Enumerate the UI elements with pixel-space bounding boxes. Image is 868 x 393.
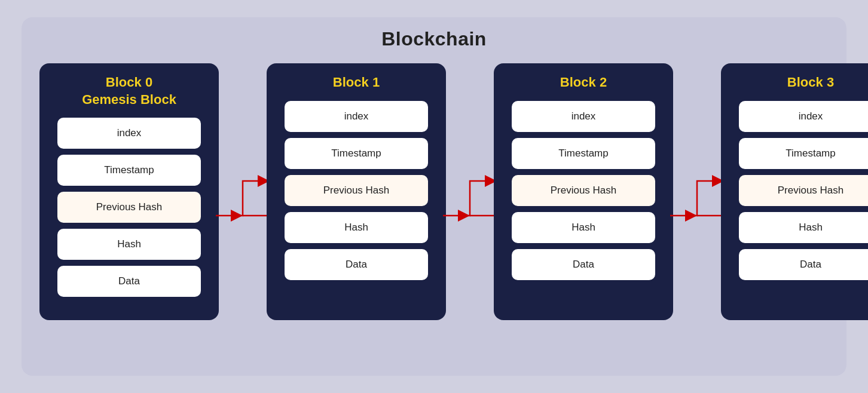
block-2-field-timestamp: Timestamp [512, 138, 655, 169]
block-0-field-index: index [57, 118, 201, 149]
block-3-wrapper: Block 3 index Timestamp Previous Hash Ha… [721, 63, 868, 320]
block-3-field-hash: Hash [739, 212, 868, 243]
block-0-card: Block 0 Gemesis Block index Timestamp Pr… [39, 63, 219, 320]
block-3-field-prevhash: Previous Hash [739, 175, 868, 206]
block-2-title: Block 2 [560, 74, 607, 91]
block-0-field-timestamp: Timestamp [57, 155, 201, 186]
blocks-row: Block 0 Gemesis Block index Timestamp Pr… [39, 63, 829, 320]
block-0-field-hash: Hash [57, 229, 201, 260]
block-1-card: Block 1 index Timestamp Previous Hash Ha… [267, 63, 446, 320]
page-title: Blockchain [381, 28, 487, 50]
block-3-field-index: index [739, 101, 868, 132]
block-1-field-index: index [285, 101, 428, 132]
block-2-field-data: Data [512, 249, 655, 280]
block-3-field-data: Data [739, 249, 868, 280]
block-2-field-prevhash: Previous Hash [512, 175, 655, 206]
block-2-card: Block 2 index Timestamp Previous Hash Ha… [494, 63, 673, 320]
block-1-field-prevhash: Previous Hash [285, 175, 428, 206]
block-3-card: Block 3 index Timestamp Previous Hash Ha… [721, 63, 868, 320]
block-1-field-timestamp: Timestamp [285, 138, 428, 169]
block-1-title: Block 1 [333, 74, 380, 91]
block-0-title: Block 0 Gemesis Block [82, 74, 176, 108]
block-0-wrapper: Block 0 Gemesis Block index Timestamp Pr… [39, 63, 219, 320]
block-3-title: Block 3 [787, 74, 834, 91]
block-0-field-prevhash: Previous Hash [57, 192, 201, 223]
block-0-field-data: Data [57, 266, 201, 297]
block-1-field-hash: Hash [285, 212, 428, 243]
block-3-field-timestamp: Timestamp [739, 138, 868, 169]
block-1-wrapper: Block 1 index Timestamp Previous Hash Ha… [267, 63, 446, 320]
block-2-wrapper: Block 2 index Timestamp Previous Hash Ha… [494, 63, 673, 320]
block-2-field-hash: Hash [512, 212, 655, 243]
block-2-field-index: index [512, 101, 655, 132]
blockchain-diagram: Blockchain Block 0 Gemesis Block index T… [22, 17, 846, 376]
block-1-field-data: Data [285, 249, 428, 280]
